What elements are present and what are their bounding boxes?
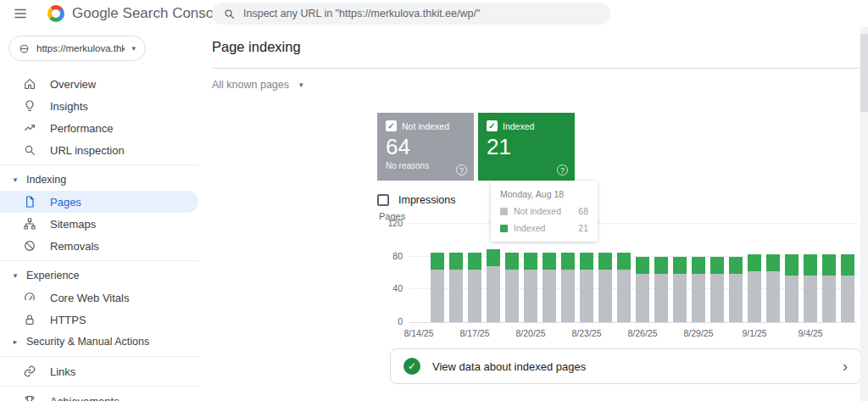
chart-bar[interactable]: [580, 253, 594, 322]
caret-down-icon: ▾: [299, 81, 303, 89]
chart-bar[interactable]: [654, 257, 669, 322]
chart-bar[interactable]: [804, 254, 818, 322]
view-indexed-pages-link[interactable]: ✓ View data about indexed pages ›: [390, 348, 861, 384]
chart-bar[interactable]: [822, 254, 837, 322]
tooltip-row: Not indexed68: [500, 206, 588, 216]
sidebar-item-label: Links: [50, 365, 75, 378]
y-tick-label: 0: [377, 316, 403, 326]
chart-area: Pages Monday, Aug 18 Not indexed68Indexe…: [377, 225, 857, 323]
chart-bar[interactable]: [692, 257, 706, 322]
section-label: Security & Manual Actions: [26, 336, 149, 348]
bar-segment-not-indexed: [449, 270, 464, 322]
url-inspect-input[interactable]: [243, 8, 599, 19]
chevron-right-icon: ›: [843, 359, 848, 374]
bar-segment-indexed: [617, 253, 632, 270]
core-web-vitals-icon: [22, 290, 37, 305]
bar-segment-indexed: [468, 253, 482, 270]
indexing-chart-block: ✓ Not indexed 64 No reasons ? ✓ Indexed …: [377, 113, 857, 323]
indexed-checkbox[interactable]: ✓: [487, 120, 498, 131]
bar-segment-indexed: [449, 253, 464, 270]
bar-segment-not-indexed: [804, 276, 818, 322]
sitemaps-icon: [22, 216, 37, 231]
chart-bar[interactable]: [841, 254, 855, 322]
sidebar-item-insights[interactable]: Insights: [0, 95, 198, 117]
sidebar-item-sitemaps[interactable]: Sitemaps: [0, 213, 198, 235]
menu-icon[interactable]: [8, 2, 32, 25]
sidebar-item-achievements[interactable]: Achievements: [0, 390, 198, 401]
chart-bar[interactable]: [729, 257, 743, 322]
chart-bar[interactable]: [505, 253, 520, 322]
impressions-row: Impressions: [377, 194, 857, 206]
sidebar-nav: OverviewInsightsPerformanceURL inspectio…: [0, 73, 198, 401]
section-label: Indexing: [26, 174, 66, 186]
sidebar-item-performance[interactable]: Performance: [0, 117, 198, 139]
x-tick-label: 9/4/25: [798, 328, 822, 338]
gridline: [409, 223, 857, 224]
sidebar-item-url-inspection[interactable]: URL inspection: [0, 139, 198, 161]
bar-segment-indexed: [580, 253, 594, 270]
chart-bar[interactable]: [542, 253, 557, 322]
chart-bar[interactable]: [598, 253, 613, 322]
bar-segment-not-indexed: [785, 276, 799, 322]
x-tick-label: 8/29/25: [683, 328, 713, 338]
chart-bar[interactable]: [449, 253, 464, 322]
chart-bar[interactable]: [748, 254, 762, 322]
chart-bar[interactable]: [673, 257, 687, 322]
bar-segment-indexed: [729, 257, 743, 274]
chart-bar[interactable]: [710, 257, 725, 322]
sidebar-item-https[interactable]: HTTPS: [0, 309, 198, 331]
chart-bar[interactable]: [468, 253, 482, 322]
chart-bar[interactable]: [524, 253, 538, 322]
url-inspect-searchbar[interactable]: [212, 3, 610, 25]
sidebar-item-label: Insights: [50, 100, 88, 113]
cta-label: View data about indexed pages: [432, 360, 586, 373]
bar-segment-indexed: [766, 254, 781, 271]
chart-bar[interactable]: [617, 253, 632, 322]
sidebar-section-indexing[interactable]: ▾Indexing: [0, 169, 198, 191]
sidebar-section-security-manual-actions[interactable]: ▸Security & Manual Actions: [0, 331, 198, 353]
sidebar-item-pages[interactable]: Pages: [0, 191, 198, 213]
not-indexed-subtitle: No reasons: [386, 161, 465, 170]
help-icon[interactable]: ?: [557, 164, 568, 175]
tooltip-row-value: 68: [578, 206, 588, 216]
x-tick-label: 8/26/25: [627, 328, 657, 338]
app-logo-and-title[interactable]: Google Search Console: [47, 5, 225, 22]
bar-segment-not-indexed: [524, 270, 538, 322]
sidebar-section-experience[interactable]: ▾Experience: [0, 265, 198, 287]
bar-segment-not-indexed: [692, 274, 706, 322]
x-tick-label: 8/17/25: [459, 328, 489, 338]
filter-label: All known pages: [212, 79, 289, 91]
indexed-card[interactable]: ✓ Indexed 21 ?: [478, 113, 575, 181]
impressions-checkbox[interactable]: [377, 194, 389, 206]
sidebar-item-core-web-vitals[interactable]: Core Web Vitals: [0, 287, 198, 309]
pages-icon: [22, 194, 37, 209]
bar-segment-indexed: [524, 253, 538, 270]
legend-swatch-icon: [500, 225, 508, 232]
chart-bar[interactable]: [431, 253, 445, 322]
bar-segment-not-indexed: [748, 271, 762, 322]
bar-segment-indexed: [673, 257, 687, 274]
chart-bar[interactable]: [561, 253, 576, 322]
home-icon: [22, 76, 37, 92]
performance-icon: [22, 120, 37, 136]
property-selector[interactable]: https://merkulova.thkit.... ▾: [8, 36, 146, 61]
bar-segment-indexed: [710, 257, 725, 274]
not-indexed-card[interactable]: ✓ Not indexed 64 No reasons ?: [377, 113, 474, 181]
bar-segment-indexed: [822, 254, 837, 276]
chart-bar[interactable]: [487, 249, 501, 322]
sidebar-item-removals[interactable]: Removals: [0, 235, 198, 257]
sidebar-item-overview[interactable]: Overview: [0, 73, 198, 95]
bar-segment-not-indexed: [580, 270, 594, 322]
sidebar-item-label: Pages: [50, 196, 81, 209]
chart-bar[interactable]: [766, 254, 781, 322]
help-icon[interactable]: ?: [456, 164, 467, 175]
bar-segment-not-indexed: [654, 274, 669, 322]
scrollbar-thumb[interactable]: [860, 34, 868, 112]
chart-bar[interactable]: [785, 254, 799, 322]
known-pages-filter[interactable]: All known pages ▾: [212, 79, 303, 91]
chart-bar[interactable]: [636, 257, 650, 322]
sidebar-item-label: HTTPS: [50, 314, 86, 326]
sidebar-divider: [0, 386, 198, 387]
sidebar-item-links[interactable]: Links: [0, 360, 198, 382]
not-indexed-checkbox[interactable]: ✓: [386, 120, 397, 131]
